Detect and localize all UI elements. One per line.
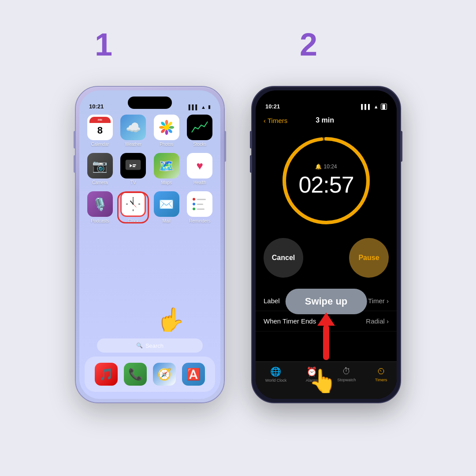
app-stocks-wrap[interactable]: Stocks [186,115,214,147]
when-timer-ends-key: When Timer Ends [264,317,316,325]
app-clock-label: Clock [128,219,139,223]
phone-2: 10:21 ▌▌▌ ▲ █ ‹ Timers 3 min [251,86,401,403]
app-photos-label: Photos [160,142,173,147]
tab-timers[interactable]: ⏲ Timers [375,366,387,382]
app-health-icon[interactable]: ♥ [187,153,212,178]
timer-display: 🔔 10:24 02:57 [278,132,375,229]
dock: 🎵 📞 🧭 🅰️ [85,357,215,392]
search-bar-text: Search [145,342,164,349]
app-health-label: Health [193,180,206,185]
dynamic-island-1 [128,97,172,109]
svg-point-3 [169,126,174,129]
arrow-shaft [323,325,329,360]
world-clock-icon: 🌐 [270,366,281,377]
timer-time: 02:57 [298,171,353,198]
svg-point-1 [165,120,168,125]
app-weather-wrap[interactable]: ☁️ Weather [120,115,147,147]
app-tv-wrap[interactable]: TV [120,153,147,185]
stopwatch-icon: ⏱ [342,366,351,376]
dock-appstore[interactable]: 🅰️ [182,363,205,386]
clock-app-screen: 10:21 ▌▌▌ ▲ █ ‹ Timers 3 min [256,90,397,399]
battery-icon-2: █ [381,104,387,110]
app-tv-icon[interactable] [120,153,146,178]
app-stocks-label: Stocks [193,142,206,147]
search-icon: 🔍 [136,342,143,349]
home-screen: 10:21 ▌▌▌ ▲ ▮ FRI 8 [79,90,220,399]
app-camera-wrap[interactable]: 📷 Camera [86,153,114,185]
timers-icon: ⏲ [377,366,386,376]
wifi-icon-2: ▲ [374,104,379,109]
phone-1: 10:21 ▌▌▌ ▲ ▮ FRI 8 [75,86,225,403]
signal-icon-2: ▌▌▌ [361,104,371,109]
app-stocks-icon[interactable] [187,115,212,140]
tab-stopwatch[interactable]: ⏱ Stopwatch [337,366,356,382]
nav-back-button[interactable]: ‹ Timers [264,117,287,124]
stopwatch-label: Stopwatch [337,378,356,382]
dock-phone[interactable]: 📞 [124,363,147,386]
red-arrow [317,312,335,360]
phone-2-screen: 10:21 ▌▌▌ ▲ █ ‹ Timers 3 min [256,90,397,399]
app-photos-icon[interactable] [154,115,179,140]
tab-world-clock[interactable]: 🌐 World Clock [265,366,286,383]
app-maps-wrap[interactable]: 🗺️ Maps [153,153,180,185]
signal-icon: ▌▌▌ [189,104,199,110]
app-reminders-wrap[interactable]: Reminders [186,191,214,223]
svg-point-7 [159,126,164,129]
step-1-number: 1 [95,26,112,63]
swipe-up-pill: Swipe up [286,289,367,314]
status-time-1: 10:21 [89,103,104,110]
hand-cursor-2: 👆 [309,368,337,394]
arrow-head [317,312,335,326]
battery-icon: ▮ [208,104,211,110]
app-calendar-icon[interactable]: FRI 8 [87,115,113,140]
search-bar[interactable]: 🔍 Search [97,338,203,353]
timer-alarm-text: 🔔 10:24 [315,164,337,170]
app-calendar-label: Calendar [91,142,109,147]
app-clock-icon[interactable] [120,191,146,217]
heart-icon: ♥ [197,159,203,173]
wifi-icon: ▲ [201,104,206,110]
dock-music[interactable]: 🎵 [95,363,118,386]
page-container: 1 2 10:21 ▌▌▌ ▲ ▮ [0,0,476,476]
chevron-left-icon: ‹ [264,117,266,124]
app-clock-wrap[interactable]: Clock [120,191,147,223]
when-timer-ends-value: Radial › [366,317,389,325]
app-podcasts-wrap[interactable]: 🎙️ Podcasts [86,191,114,223]
app-mail-icon[interactable]: ✉️ [154,191,179,217]
nav-bar: ‹ Timers 3 min [256,112,397,129]
timer-circle-wrap: 🔔 10:24 02:57 [278,132,375,229]
phone-1-screen: 10:21 ▌▌▌ ▲ ▮ FRI 8 [79,90,220,399]
app-grid: FRI 8 Calendar ☁️ Weather [86,115,213,223]
app-mail-wrap[interactable]: ✉️ Mail [153,191,180,223]
status-time-2: 10:21 [265,103,280,110]
app-photos-wrap[interactable]: Photos [153,115,180,147]
app-maps-icon[interactable]: 🗺️ [154,153,179,178]
nav-back-label: Timers [268,117,287,124]
app-camera-icon[interactable]: 📷 [87,153,113,178]
app-podcasts-label: Podcasts [91,219,109,223]
pause-button[interactable]: Pause [349,238,389,278]
hand-cursor-1: 👆 [156,306,185,333]
label-row-value: Timer › [368,297,389,305]
app-podcasts-icon[interactable]: 🎙️ [87,191,113,217]
timer-buttons: Cancel Pause [264,238,389,278]
world-clock-label: World Clock [265,378,286,383]
svg-point-18 [133,204,134,205]
app-health-wrap[interactable]: ♥ Health [186,153,214,185]
app-maps-label: Maps [161,180,172,185]
nav-title: 3 min [316,116,334,124]
dock-safari[interactable]: 🧭 [153,363,176,386]
app-weather-icon[interactable]: ☁️ [120,115,146,140]
status-icons-1: ▌▌▌ ▲ ▮ [189,104,211,110]
bell-icon: 🔔 [315,164,322,170]
app-reminders-label: Reminders [189,219,210,223]
label-row-key: Label [264,297,280,305]
timers-label: Timers [375,378,387,382]
alarm-time: 10:24 [324,164,337,170]
cancel-button[interactable]: Cancel [264,238,303,278]
app-weather-label: Weather [125,142,141,147]
app-calendar-wrap[interactable]: FRI 8 Calendar [86,115,114,147]
app-reminders-icon[interactable] [187,191,212,217]
dynamic-island-2 [304,97,348,109]
app-camera-label: Camera [92,180,108,185]
